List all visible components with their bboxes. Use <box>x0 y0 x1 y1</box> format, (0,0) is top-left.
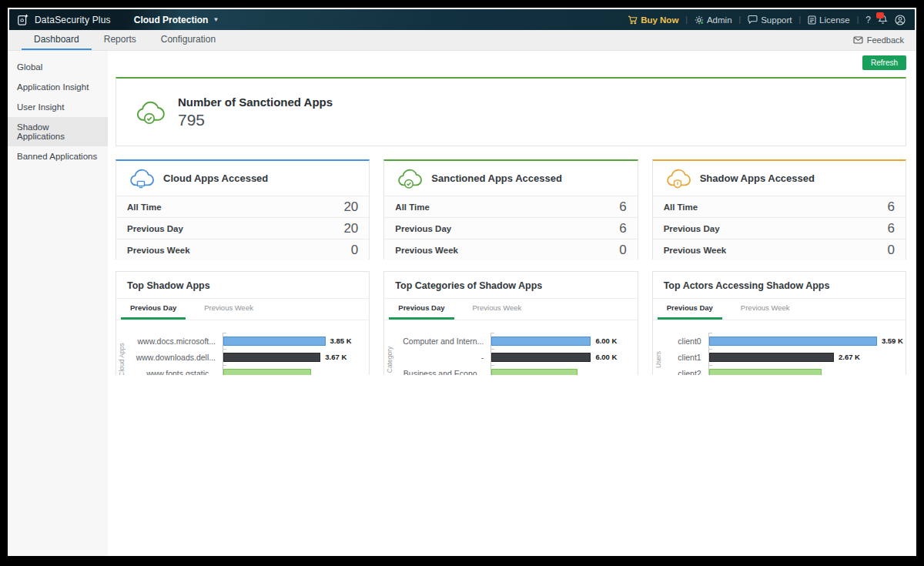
module-switcher[interactable]: Cloud Protection ▼ <box>134 15 219 25</box>
dashboard-main: Refresh Number of Sanctioned Apps 795 <box>108 51 916 556</box>
chevron-down-icon: ▼ <box>213 16 219 23</box>
stat-card-title: Shadow Apps Accessed <box>700 172 815 184</box>
bar-row: www.fonts.gstatic... <box>116 365 369 375</box>
top-shadow-apps-chart: Top Shadow Apps Previous Day Previous We… <box>116 271 370 375</box>
buy-now-button[interactable]: Buy Now <box>628 15 678 25</box>
chart-title: Top Shadow Apps <box>116 272 369 299</box>
chat-icon <box>748 15 758 24</box>
sidebar-item-application-insight[interactable]: Application Insight <box>8 77 108 97</box>
sidebar-item-shadow-applications[interactable]: Shadow Applications <box>8 117 108 146</box>
y-axis-label: Users <box>654 336 662 375</box>
stat-cards-row: Cloud Apps Accessed All Time 20 Previous… <box>116 159 906 260</box>
sanctioned-apps-accessed-card: Sanctioned Apps Accessed All Time 6 Prev… <box>383 159 638 260</box>
sidebar-item-banned-applications[interactable]: Banned Applications <box>8 146 108 166</box>
bar-row: www.downloads.dell... 3.67 K <box>116 349 369 365</box>
bar <box>491 353 591 362</box>
stat-row-previous-week: Previous Week 0 <box>384 239 637 260</box>
cloud-check-icon <box>395 168 423 189</box>
chart-cards-row: Top Shadow Apps Previous Day Previous We… <box>116 271 906 375</box>
license-menu[interactable]: License <box>808 15 850 25</box>
chart-title: Top Actors Accessing Shadow Apps <box>653 272 906 299</box>
cloud-apps-accessed-card: Cloud Apps Accessed All Time 20 Previous… <box>116 159 370 260</box>
bar-row: client1 2.67 K <box>653 349 906 365</box>
y-axis-label: Category <box>386 336 393 375</box>
chart-title: Top Categories of Shadow Apps <box>384 272 637 299</box>
user-avatar-icon[interactable] <box>895 15 906 25</box>
product-logo[interactable]: DataSecurity Plus <box>9 13 122 26</box>
sidebar-item-global[interactable]: Global <box>8 57 108 77</box>
cloud-shield-icon <box>664 168 691 189</box>
admin-menu[interactable]: Admin <box>695 15 732 25</box>
stat-row-previous-week: Previous Week 0 <box>653 239 906 260</box>
stat-row-all-time: All Time 20 <box>116 196 369 217</box>
bar-row: www.docs.microsoft... 3.85 K <box>116 333 369 349</box>
gear-icon <box>695 15 704 25</box>
tab-dashboard[interactable]: Dashboard <box>22 30 92 50</box>
bar <box>709 369 822 376</box>
stat-row-all-time: All Time 6 <box>384 196 637 217</box>
stat-card-title: Cloud Apps Accessed <box>163 172 268 184</box>
help-icon[interactable]: ? <box>865 15 871 25</box>
stat-row-all-time: All Time 6 <box>653 196 906 217</box>
stat-row-previous-week: Previous Week 0 <box>116 239 369 260</box>
product-name: DataSecurity Plus <box>35 15 111 25</box>
chart-tab-previous-day[interactable]: Previous Day <box>389 299 454 320</box>
bar <box>491 337 591 346</box>
chart-tab-previous-week[interactable]: Previous Week <box>464 299 531 320</box>
module-tabbar: Dashboard Reports Configuration Feedback <box>8 30 916 51</box>
chart-tab-previous-day[interactable]: Previous Day <box>658 299 722 320</box>
feedback-icon <box>853 36 863 44</box>
bar <box>709 337 877 346</box>
top-actors-shadow-apps-chart: Top Actors Accessing Shadow Apps Previou… <box>652 271 906 375</box>
stat-row-previous-day: Previous Day 6 <box>653 217 906 239</box>
cloud-check-icon <box>133 99 166 126</box>
bar <box>223 353 320 362</box>
refresh-button[interactable]: Refresh <box>862 55 906 70</box>
summary-value: 795 <box>178 111 333 129</box>
sanctioned-apps-summary-card: Number of Sanctioned Apps 795 <box>116 77 906 146</box>
datasecurity-logo-icon <box>17 13 29 26</box>
tab-reports[interactable]: Reports <box>92 30 149 50</box>
summary-title: Number of Sanctioned Apps <box>178 95 333 109</box>
document-icon <box>808 15 816 25</box>
cart-icon <box>628 15 638 25</box>
feedback-button[interactable]: Feedback <box>853 30 916 50</box>
chart-tab-previous-week[interactable]: Previous Week <box>195 299 263 320</box>
top-navbar: DataSecurity Plus Cloud Protection ▼ Buy… <box>9 9 915 30</box>
app-window: DataSecurity Plus Cloud Protection ▼ Buy… <box>8 8 916 556</box>
notification-badge <box>876 12 884 18</box>
bar-row: - 6.00 K <box>384 349 637 365</box>
left-sidebar: Global Application Insight User Insight … <box>8 51 108 556</box>
module-name: Cloud Protection <box>134 15 209 25</box>
bar-row: Business and Econo... <box>384 365 637 375</box>
shadow-apps-accessed-card: Shadow Apps Accessed All Time 6 Previous… <box>652 159 906 260</box>
support-menu[interactable]: Support <box>748 15 792 25</box>
bar <box>709 353 834 362</box>
bar-row: client0 3.59 K <box>653 333 906 349</box>
chart-tab-previous-day[interactable]: Previous Day <box>121 299 186 320</box>
notifications-bell-icon[interactable] <box>878 15 888 25</box>
stat-row-previous-day: Previous Day 20 <box>116 217 369 239</box>
bar <box>223 337 326 346</box>
bar-row: Computer and Intern... 6.00 K <box>384 333 637 349</box>
bar <box>491 369 578 376</box>
stat-card-title: Sanctioned Apps Accessed <box>431 172 562 184</box>
bar-row: client2 <box>653 365 906 375</box>
sidebar-item-user-insight[interactable]: User Insight <box>8 97 108 117</box>
chart-tab-previous-week[interactable]: Previous Week <box>732 299 799 320</box>
top-categories-shadow-apps-chart: Top Categories of Shadow Apps Previous D… <box>383 271 638 375</box>
tab-configuration[interactable]: Configuration <box>149 30 228 50</box>
bar <box>223 369 311 376</box>
stat-row-previous-day: Previous Day 6 <box>384 217 637 239</box>
y-axis-label: Cloud Apps <box>118 336 126 375</box>
cloud-monitor-icon <box>127 168 155 189</box>
